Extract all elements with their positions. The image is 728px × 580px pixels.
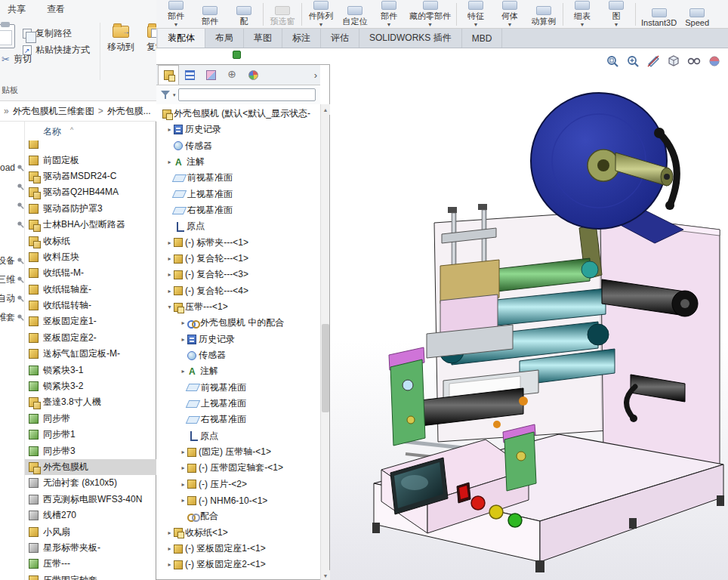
expand-arrow-icon[interactable]: ▸ bbox=[179, 319, 187, 326]
feature-tree-node[interactable]: ▸注解 bbox=[156, 363, 320, 379]
scroll-down-icon[interactable]: ▼ bbox=[321, 570, 330, 580]
breadcrumb-current[interactable]: 外壳包膜... bbox=[107, 105, 151, 118]
tree-filter-input[interactable] bbox=[178, 88, 316, 101]
ribbon-button[interactable]: 动算例 bbox=[527, 0, 560, 28]
ribbon-button[interactable]: 件阵列▼ bbox=[304, 0, 338, 28]
file-item[interactable]: 竖板固定座1- bbox=[25, 313, 156, 329]
feature-tree-node[interactable]: ▸(-) 竖板固定座2-<1> bbox=[156, 557, 320, 572]
cut-button[interactable]: 剪切 bbox=[2, 53, 32, 66]
expand-arrow-icon[interactable]: ▸ bbox=[179, 464, 187, 471]
zoom-area-icon[interactable] bbox=[625, 53, 641, 69]
expand-arrow-icon[interactable]: ▸ bbox=[179, 368, 187, 375]
ribbon-button[interactable]: 部件▼ bbox=[159, 0, 193, 28]
feature-tree-node[interactable]: ▸注解 bbox=[156, 154, 320, 170]
feature-tree-node[interactable]: ▸(-) 标带夹---<1> bbox=[156, 235, 320, 251]
green-bracket-left[interactable] bbox=[390, 359, 425, 446]
file-item[interactable]: 锁紧块3-2 bbox=[25, 378, 156, 394]
file-item[interactable]: 小风扇 bbox=[25, 523, 156, 539]
ribbon-button[interactable]: 藏的零部件▼ bbox=[406, 0, 454, 28]
breadcrumb-parent[interactable]: 外壳包膜机三维套图 bbox=[13, 105, 94, 118]
feature-tree-node[interactable]: ▸历史记录 bbox=[156, 122, 320, 137]
expand-arrow-icon[interactable]: ▾ bbox=[165, 304, 174, 310]
file-item[interactable]: 收料压块 bbox=[25, 249, 156, 265]
quick-access-item[interactable]: 码袋设备 bbox=[0, 253, 25, 268]
name-column-header[interactable]: 名称 bbox=[43, 126, 61, 137]
feature-tree-node[interactable]: ▸外壳包膜机 中的配合 bbox=[156, 315, 320, 331]
filter-funnel-icon[interactable] bbox=[161, 90, 171, 100]
ribbon-button[interactable]: 自定位 bbox=[338, 0, 372, 28]
feature-tree-node[interactable]: ▸(-) 复合轮---<1> bbox=[156, 251, 320, 267]
expand-arrow-icon[interactable]: ▸ bbox=[165, 271, 174, 278]
feature-tree-node[interactable]: 传感器 bbox=[156, 347, 320, 363]
feature-tree-node[interactable]: 前视基准面 bbox=[156, 170, 320, 186]
feature-tree-root[interactable]: 外壳包膜机 (默认<默认_显示状态- bbox=[156, 106, 320, 122]
feature-tree-node[interactable]: ▸(-) NHM6-10-<1> bbox=[156, 492, 320, 508]
right-plate[interactable] bbox=[600, 215, 720, 467]
file-item[interactable]: 收标纸 bbox=[25, 233, 156, 248]
file-item[interactable]: 驱动器Q2HB44MA bbox=[25, 184, 156, 200]
paste-shortcut-button[interactable]: 粘贴快捷方式 bbox=[23, 44, 90, 57]
feature-tree-node[interactable]: ▸(-) 复合轮---<4> bbox=[156, 283, 320, 299]
quick-access-item[interactable]: oad bbox=[0, 160, 25, 175]
expand-arrow-icon[interactable]: ▸ bbox=[165, 239, 174, 246]
view-orientation-icon[interactable] bbox=[665, 53, 682, 69]
file-item[interactable]: 压带--- bbox=[25, 556, 156, 572]
tree-scrollbar[interactable]: ▲ ▼ bbox=[320, 104, 329, 580]
file-item[interactable]: 收纸辊-M- bbox=[25, 265, 156, 281]
displaymanager-tab[interactable] bbox=[242, 65, 264, 85]
file-item[interactable]: 外壳包膜机 bbox=[25, 459, 156, 475]
green-bracket-right[interactable] bbox=[504, 432, 536, 491]
copy-path-button[interactable]: 复制路径 bbox=[23, 27, 72, 40]
power-switch[interactable] bbox=[459, 486, 468, 499]
feature-tree-node[interactable]: 前视基准面 bbox=[156, 380, 320, 396]
expand-arrow-icon[interactable]: ▸ bbox=[165, 545, 174, 552]
ribbon-button[interactable]: Speed bbox=[680, 0, 714, 28]
expand-arrow-icon[interactable]: ▸ bbox=[165, 159, 174, 165]
file-item[interactable] bbox=[25, 140, 156, 152]
quick-access-item[interactable]: 共箱自动 bbox=[0, 291, 25, 306]
expand-arrow-icon[interactable]: ▸ bbox=[179, 481, 187, 488]
ribbon-button[interactable]: 细表▼ bbox=[566, 0, 599, 28]
feature-tree-node[interactable]: ▸(-) 竖板固定座1-<1> bbox=[156, 541, 320, 557]
propertymanager-tab[interactable] bbox=[179, 65, 200, 85]
section-view-icon[interactable] bbox=[645, 53, 662, 69]
feature-tree-node[interactable]: ▸(-) 压带固定轴套-<1> bbox=[156, 460, 320, 476]
feature-tree-node[interactable]: ▸收标纸<1> bbox=[156, 525, 320, 541]
expand-arrow-icon[interactable]: ▸ bbox=[165, 288, 174, 295]
expand-arrow-icon[interactable]: ▸ bbox=[165, 561, 174, 568]
move-to-button[interactable]: 移动到 bbox=[104, 26, 137, 54]
file-item[interactable]: 士林BHA小型断路器 bbox=[25, 217, 156, 233]
ribbon-button[interactable]: 部件 bbox=[193, 0, 227, 28]
scrollbar-thumb[interactable] bbox=[322, 324, 329, 412]
file-item[interactable]: 压带固定轴套- bbox=[25, 572, 156, 580]
tab-view[interactable]: 查看 bbox=[47, 3, 65, 16]
model-3d[interactable] bbox=[330, 48, 728, 580]
ribbon-button[interactable]: Instant3D bbox=[638, 0, 680, 28]
featuremanager-tab[interactable] bbox=[158, 65, 179, 85]
green-button[interactable] bbox=[508, 514, 522, 527]
expand-arrow-icon[interactable]: ▸ bbox=[179, 497, 187, 504]
file-item[interactable]: 星形标带夹板- bbox=[25, 540, 156, 556]
dimxpert-tab[interactable] bbox=[221, 65, 242, 85]
command-tab[interactable]: 标注 bbox=[282, 29, 321, 48]
file-item[interactable]: 收纸辊轴座- bbox=[25, 282, 156, 298]
file-item[interactable]: 收纸辊转轴- bbox=[25, 298, 156, 313]
filter-dropdown-icon[interactable]: ▾ bbox=[173, 92, 176, 98]
feature-tree-node[interactable]: 原点 bbox=[156, 428, 320, 444]
feature-tree-node[interactable]: ▸(-) 复合轮---<3> bbox=[156, 267, 320, 282]
ribbon-button[interactable]: 特征▼ bbox=[459, 0, 492, 28]
command-tab[interactable]: SOLIDWORKS 插件 bbox=[359, 29, 462, 48]
feature-tree-node[interactable]: 配合 bbox=[156, 508, 320, 524]
ribbon-button[interactable]: 配 bbox=[227, 0, 261, 28]
command-tab[interactable]: 装配体 bbox=[158, 29, 205, 48]
expand-arrow-icon[interactable]: ▸ bbox=[179, 336, 187, 343]
zoom-fit-icon[interactable] bbox=[604, 53, 621, 69]
edit-appearance-icon[interactable] bbox=[706, 53, 723, 69]
feature-tree-node[interactable]: ▾压带---<1> bbox=[156, 299, 320, 315]
command-tab[interactable]: 草图 bbox=[244, 29, 282, 48]
file-item[interactable]: 驱动器防护罩3 bbox=[25, 201, 156, 217]
file-item[interactable]: 无油衬套 (8x10x5) bbox=[25, 475, 156, 491]
file-item[interactable]: 同步带 bbox=[25, 411, 156, 427]
panel-flyout-chevron-icon[interactable]: › bbox=[314, 69, 317, 81]
expand-arrow-icon[interactable]: ▸ bbox=[165, 529, 174, 536]
